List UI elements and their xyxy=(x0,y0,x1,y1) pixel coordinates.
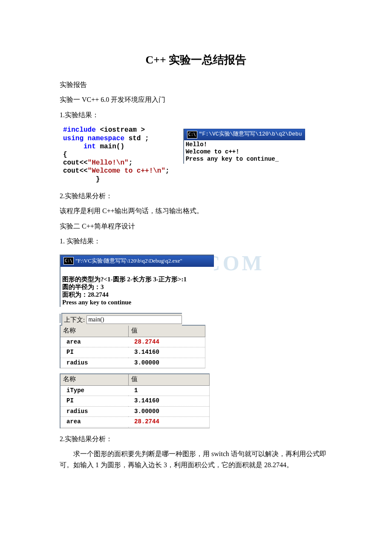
console-window-2: C:\ "F:\VC实验\随意写写\120\b\q2\Debug\q2.exe"… xyxy=(60,254,214,307)
variables-table-2: 名称 值 iType1PI3.14160radius3.00000area28.… xyxy=(60,373,210,428)
col-value-header: 值 xyxy=(128,325,205,337)
var-value: 3.00000 xyxy=(128,358,205,368)
code-line: int xyxy=(63,143,96,150)
console-line: 图形的类型为?<1-圆形 2-长方形 3-正方形>:1 xyxy=(62,276,187,283)
code-line: using namespace xyxy=(63,135,129,142)
code-line: ; xyxy=(129,159,133,167)
console-title-text: "F:\VC实验\随意写写\120\b\q2\Debug\q2.exe" xyxy=(75,257,182,266)
var-name: area xyxy=(60,337,128,347)
var-name xyxy=(60,427,128,428)
var-value: 28.2744 xyxy=(128,337,205,347)
var-name: iType xyxy=(60,386,128,396)
var-name: radius xyxy=(60,406,128,416)
page-title: C++ 实验一总结报告 xyxy=(60,51,332,69)
context-input[interactable] xyxy=(86,315,182,324)
cmd-icon: C:\ xyxy=(63,257,74,265)
console-output: 图形的类型为?<1-圆形 2-长方形 3-正方形>:1 圆的半径为：3 面积为：… xyxy=(61,267,214,307)
variables-table-1: 名称 值 area28.2744PI3.14160radius3.00000 xyxy=(60,325,205,368)
code-line: #include xyxy=(63,126,100,134)
col-value-header: 值 xyxy=(128,374,209,386)
code-line: std ; xyxy=(129,135,149,142)
label-analysis1: 2.实验结果分析： xyxy=(60,191,332,202)
code-line: main() xyxy=(96,143,124,150)
context-row: 上下文: xyxy=(61,313,182,326)
var-value: 1 xyxy=(128,386,209,396)
panel-edge xyxy=(60,314,62,323)
var-name: area xyxy=(60,417,128,427)
var-value: 3.14160 xyxy=(128,396,209,406)
var-value: 3.14160 xyxy=(128,347,205,358)
table-row: radius3.00000 xyxy=(60,406,209,416)
code-line: { xyxy=(63,151,67,159)
code-and-output-row: #include <iostream > using namespace std… xyxy=(60,124,332,185)
var-name: PI xyxy=(60,347,128,358)
code-line: cout<< xyxy=(63,159,88,167)
console-title-text: "F:\VC实验\随意写写\120\b\q2\Debu xyxy=(199,130,302,139)
table-row: area28.2744 xyxy=(60,417,209,427)
var-value: 3.00000 xyxy=(128,406,209,416)
code-line: ; xyxy=(165,167,170,175)
table-row: PI3.14160 xyxy=(60,347,205,358)
console-titlebar: C:\ "F:\VC实验\随意写写\120\b\q2\Debug\q2.exe" xyxy=(61,255,214,267)
console-line: 面积为：28.2744 xyxy=(62,291,109,298)
code-line: } xyxy=(63,176,100,183)
var-name: PI xyxy=(60,396,128,406)
source-code-block: #include <iostream > using namespace std… xyxy=(60,124,175,185)
var-value xyxy=(128,427,209,428)
console-line: 圆的半径为：3 xyxy=(62,283,104,290)
heading-report: 实验报告 xyxy=(60,79,332,90)
table-row: area28.2744 xyxy=(60,337,205,347)
code-line: "Hello!\n" xyxy=(88,159,129,167)
table-row xyxy=(60,427,209,428)
table-row: iType1 xyxy=(60,386,209,396)
text-analysis1: 该程序是利用 C++输出两句话，练习输出格式。 xyxy=(60,205,332,217)
console-output: Hello! Welcome to c++! Press any key to … xyxy=(184,140,305,163)
label-result2: 1. 实验结果： xyxy=(60,236,332,247)
console-line: Press any key to continue xyxy=(62,299,131,306)
console-window-1: C:\ "F:\VC实验\随意写写\120\b\q2\Debu Hello! W… xyxy=(183,129,305,163)
table-row: PI3.14160 xyxy=(60,396,209,406)
text-analysis2: 求一个图形的面积要先判断是哪一种图形，用 switch 语句就可以解决，再利用公… xyxy=(60,448,332,470)
heading-exp2: 实验二 C++简单程序设计 xyxy=(60,221,332,232)
context-label: 上下文: xyxy=(62,314,86,326)
col-name-header: 名称 xyxy=(60,325,128,337)
code-line: <iostream > xyxy=(100,126,145,134)
var-value: 28.2744 xyxy=(128,417,209,427)
cmd-icon: C:\ xyxy=(187,131,197,139)
code-line: cout<< xyxy=(63,167,88,175)
col-name-header: 名称 xyxy=(60,374,128,386)
console-titlebar: C:\ "F:\VC实验\随意写写\120\b\q2\Debu xyxy=(184,129,305,140)
heading-exp1: 实验一 VC++ 6.0 开发环境应用入门 xyxy=(60,94,332,105)
table-row: radius3.00000 xyxy=(60,358,205,368)
code-line: "Welcome to c++!\n" xyxy=(88,167,165,175)
label-result1: 1.实验结果： xyxy=(60,110,332,121)
label-analysis2: 2.实验结果分析： xyxy=(60,434,332,445)
var-name: radius xyxy=(60,358,128,368)
